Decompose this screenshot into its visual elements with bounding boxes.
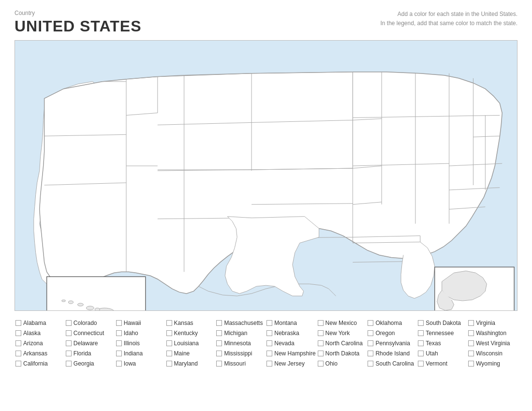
state-checkbox[interactable] bbox=[216, 361, 222, 367]
state-name-label: Hawaii bbox=[124, 320, 141, 326]
legend-item: Delaware bbox=[65, 339, 115, 348]
legend-item: Iowa bbox=[115, 359, 165, 368]
state-name-label: Alabama bbox=[23, 320, 46, 326]
state-checkbox[interactable] bbox=[66, 351, 72, 356]
state-checkbox[interactable] bbox=[368, 340, 373, 346]
state-checkbox[interactable] bbox=[216, 330, 222, 336]
state-checkbox[interactable] bbox=[116, 330, 122, 336]
state-checkbox[interactable] bbox=[266, 351, 272, 356]
state-checkbox[interactable] bbox=[368, 361, 373, 367]
legend-item: Missouri bbox=[215, 359, 266, 368]
state-checkbox[interactable] bbox=[318, 330, 324, 336]
page-header: Country UNITED STATES Add a color for ea… bbox=[15, 10, 517, 35]
state-checkbox[interactable] bbox=[166, 320, 172, 326]
state-checkbox[interactable] bbox=[418, 351, 424, 356]
state-legend: AlabamaColoradoHawaiiKansasMassachusetts… bbox=[15, 316, 517, 371]
legend-item: Washington bbox=[467, 329, 517, 338]
state-name-label: Oregon bbox=[375, 330, 395, 337]
state-checkbox[interactable] bbox=[468, 320, 474, 326]
svg-point-50 bbox=[95, 308, 100, 310]
state-checkbox[interactable] bbox=[116, 351, 122, 356]
state-checkbox[interactable] bbox=[468, 330, 474, 336]
state-checkbox[interactable] bbox=[266, 320, 272, 326]
state-name-label: Massachusetts bbox=[224, 320, 263, 326]
state-checkbox[interactable] bbox=[15, 340, 21, 346]
state-checkbox[interactable] bbox=[468, 340, 474, 346]
state-name-label: Mississippi bbox=[224, 350, 252, 357]
state-checkbox[interactable] bbox=[368, 351, 373, 356]
state-name-label: Montana bbox=[274, 320, 297, 326]
state-name-label: Maryland bbox=[174, 360, 198, 367]
legend-item: South Carolina bbox=[367, 359, 417, 368]
state-checkbox[interactable] bbox=[166, 330, 172, 336]
state-checkbox[interactable] bbox=[116, 340, 122, 346]
state-checkbox[interactable] bbox=[418, 340, 424, 346]
state-name-label: North Carolina bbox=[325, 340, 363, 347]
legend-item: California bbox=[15, 359, 65, 368]
state-checkbox[interactable] bbox=[66, 361, 72, 367]
legend-item: Maryland bbox=[165, 359, 216, 368]
state-checkbox[interactable] bbox=[216, 340, 222, 346]
state-checkbox[interactable] bbox=[266, 361, 272, 367]
legend-item: North Carolina bbox=[317, 339, 367, 348]
state-checkbox[interactable] bbox=[15, 320, 21, 326]
state-name-label: Delaware bbox=[74, 340, 98, 347]
state-name-label: Texas bbox=[426, 340, 441, 347]
state-checkbox[interactable] bbox=[15, 351, 21, 356]
state-name-label: Colorado bbox=[74, 320, 97, 326]
legend-item: New Hampshire bbox=[266, 349, 316, 358]
state-checkbox[interactable] bbox=[66, 330, 72, 336]
legend-item: Montana bbox=[266, 319, 316, 327]
state-name-label: North Dakota bbox=[325, 350, 360, 357]
state-checkbox[interactable] bbox=[15, 361, 21, 367]
state-checkbox[interactable] bbox=[266, 340, 272, 346]
legend-item: New York bbox=[317, 329, 367, 338]
state-checkbox[interactable] bbox=[418, 320, 424, 326]
state-name-label: Iowa bbox=[124, 360, 136, 367]
state-checkbox[interactable] bbox=[368, 320, 373, 326]
state-checkbox[interactable] bbox=[116, 361, 122, 367]
legend-item: Florida bbox=[65, 349, 115, 358]
state-name-label: Vermont bbox=[426, 360, 447, 367]
state-name-label: Michigan bbox=[224, 330, 247, 337]
state-checkbox[interactable] bbox=[116, 320, 122, 326]
state-name-label: Arkansas bbox=[23, 350, 47, 357]
state-checkbox[interactable] bbox=[318, 351, 324, 356]
state-checkbox[interactable] bbox=[166, 351, 172, 356]
state-checkbox[interactable] bbox=[368, 330, 373, 336]
state-checkbox[interactable] bbox=[318, 320, 324, 326]
state-name-label: Wyoming bbox=[476, 360, 500, 367]
state-checkbox[interactable] bbox=[468, 351, 474, 356]
state-checkbox[interactable] bbox=[166, 340, 172, 346]
state-checkbox[interactable] bbox=[418, 361, 424, 367]
state-checkbox[interactable] bbox=[216, 351, 222, 356]
state-name-label: Rhode Island bbox=[375, 350, 410, 357]
svg-rect-44 bbox=[47, 277, 146, 310]
state-name-label: Arizona bbox=[23, 340, 43, 347]
legend-item: Utah bbox=[417, 349, 467, 358]
legend-item: Mississippi bbox=[215, 349, 266, 358]
legend-item: Kentucky bbox=[165, 329, 216, 338]
state-checkbox[interactable] bbox=[166, 361, 172, 367]
legend-item: Connecticut bbox=[65, 329, 115, 338]
state-checkbox[interactable] bbox=[216, 320, 222, 326]
state-checkbox[interactable] bbox=[266, 330, 272, 336]
legend-item: Vermont bbox=[417, 359, 467, 368]
state-checkbox[interactable] bbox=[468, 361, 474, 367]
title-block: Country UNITED STATES bbox=[15, 10, 141, 35]
state-checkbox[interactable] bbox=[66, 340, 72, 346]
state-checkbox[interactable] bbox=[15, 330, 21, 336]
state-checkbox[interactable] bbox=[318, 361, 324, 367]
state-checkbox[interactable] bbox=[418, 330, 424, 336]
state-checkbox[interactable] bbox=[318, 340, 324, 346]
legend-item: Georgia bbox=[65, 359, 115, 368]
svg-point-46 bbox=[86, 306, 94, 310]
state-name-label: Idaho bbox=[124, 330, 138, 337]
state-name-label: New Mexico bbox=[325, 320, 357, 326]
legend-item: Oregon bbox=[367, 329, 417, 338]
map-container: CANADA bbox=[15, 40, 517, 311]
state-name-label: Wisconsin bbox=[476, 350, 502, 357]
state-name-label: Oklahoma bbox=[375, 320, 402, 326]
legend-grid: AlabamaColoradoHawaiiKansasMassachusetts… bbox=[15, 319, 517, 368]
state-checkbox[interactable] bbox=[66, 320, 72, 326]
